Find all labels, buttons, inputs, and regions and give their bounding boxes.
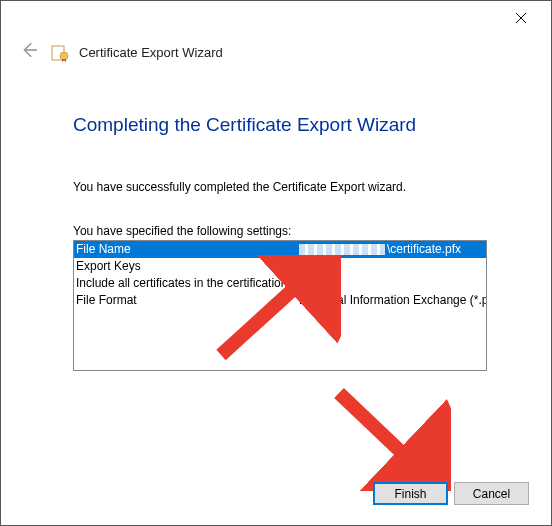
settings-key: Export Keys	[74, 258, 299, 275]
wizard-content: Completing the Certificate Export Wizard…	[1, 78, 551, 371]
settings-row[interactable]: File Format Personal Information Exchang…	[74, 292, 486, 309]
wizard-footer: Finish Cancel	[373, 482, 529, 505]
settings-key: File Format	[74, 292, 299, 309]
settings-row[interactable]: Export Keys Yes	[74, 258, 486, 275]
close-icon	[516, 13, 526, 23]
settings-row[interactable]: File Name \certificate.pfx	[74, 241, 486, 258]
settings-value: Yes	[299, 258, 486, 275]
annotation-arrow	[321, 381, 451, 491]
settings-value: Personal Information Exchange (*.pfx)	[299, 292, 486, 309]
certificate-icon	[51, 44, 69, 62]
svg-point-1	[60, 52, 68, 60]
settings-row[interactable]: Include all certificates in the certific…	[74, 275, 486, 292]
finish-button[interactable]: Finish	[373, 482, 448, 505]
success-message: You have successfully completed the Cert…	[73, 180, 491, 194]
settings-key: File Name	[74, 241, 299, 258]
back-arrow-icon	[20, 41, 38, 59]
titlebar	[1, 1, 551, 35]
back-button[interactable]	[17, 41, 41, 64]
settings-key: Include all certificates in the certific…	[74, 275, 299, 292]
cancel-button[interactable]: Cancel	[454, 482, 529, 505]
svg-line-5	[339, 393, 419, 469]
wizard-title: Certificate Export Wizard	[79, 45, 223, 60]
settings-list[interactable]: File Name \certificate.pfx Export Keys Y…	[73, 240, 487, 371]
close-button[interactable]	[501, 4, 541, 32]
settings-intro: You have specified the following setting…	[73, 224, 491, 238]
page-heading: Completing the Certificate Export Wizard	[73, 114, 491, 136]
settings-value: Yes	[299, 275, 486, 292]
redacted-path	[299, 244, 385, 255]
wizard-header: Certificate Export Wizard	[1, 35, 551, 78]
settings-value: \certificate.pfx	[299, 241, 486, 258]
